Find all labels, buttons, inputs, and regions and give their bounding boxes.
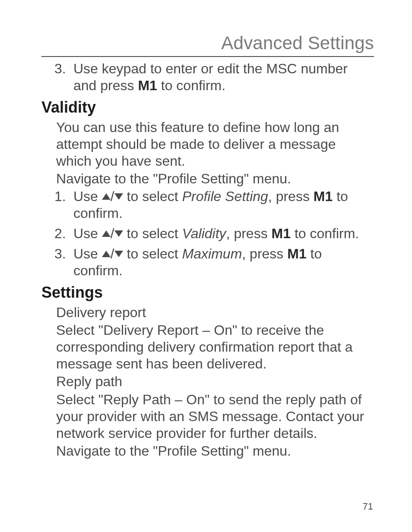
text: to select bbox=[123, 226, 182, 241]
step-text: Use keypad to enter or edit the MSC numb… bbox=[73, 60, 374, 94]
down-arrow-icon bbox=[114, 251, 123, 257]
text: to confirm. bbox=[157, 78, 225, 93]
menu-name: Profile Setting bbox=[182, 189, 268, 204]
up-arrow-icon bbox=[102, 251, 111, 257]
chapter-row: Advanced Settings bbox=[41, 33, 374, 56]
heading-settings: Settings bbox=[41, 283, 374, 302]
up-arrow-icon bbox=[102, 193, 111, 200]
page-number: 71 bbox=[363, 501, 373, 512]
divider bbox=[41, 56, 374, 57]
menu-name: Validity bbox=[182, 226, 226, 241]
key-m1: M1 bbox=[272, 226, 291, 241]
menu-name: Maximum bbox=[182, 246, 242, 261]
text: , press bbox=[226, 226, 272, 241]
validity-body: You can use this feature to define how l… bbox=[56, 119, 374, 170]
text: to select bbox=[123, 246, 182, 261]
settings-body2: Select "Reply Path – On" to send the rep… bbox=[56, 391, 374, 442]
step-number: 3. bbox=[41, 246, 73, 279]
validity-step-1: 1. Use / to select Profile Setting, pres… bbox=[41, 188, 374, 222]
settings-sub2: Reply path bbox=[56, 373, 374, 390]
key-m1: M1 bbox=[138, 78, 157, 93]
step-number: 3. bbox=[41, 60, 73, 94]
key-m1: M1 bbox=[314, 189, 333, 204]
validity-step-2: 2. Use / to select Validity, press M1 to… bbox=[41, 225, 374, 242]
step-text: Use / to select Maximum, press M1 to con… bbox=[73, 246, 374, 279]
text: to select bbox=[123, 189, 182, 204]
down-arrow-icon bbox=[114, 193, 123, 200]
intro-step: 3. Use keypad to enter or edit the MSC n… bbox=[41, 60, 374, 94]
page: Advanced Settings 3. Use keypad to enter… bbox=[0, 0, 412, 532]
text: Use bbox=[73, 226, 102, 241]
up-arrow-icon bbox=[102, 230, 111, 237]
chapter-title: Advanced Settings bbox=[221, 33, 374, 53]
text: , press bbox=[268, 189, 314, 204]
validity-nav: Navigate to the "Profile Setting" menu. bbox=[56, 170, 374, 187]
text: Use bbox=[73, 246, 102, 261]
validity-step-3: 3. Use / to select Maximum, press M1 to … bbox=[41, 246, 374, 279]
settings-sub1: Delivery report bbox=[56, 304, 374, 321]
down-arrow-icon bbox=[114, 230, 123, 237]
text: Use bbox=[73, 189, 102, 204]
step-text: Use / to select Validity, press M1 to co… bbox=[73, 225, 374, 242]
settings-body3: Navigate to the "Profile Setting" menu. bbox=[56, 443, 374, 460]
text: to confirm. bbox=[291, 226, 359, 241]
step-number: 1. bbox=[41, 188, 73, 222]
settings-body1: Select "Delivery Report – On" to receive… bbox=[56, 322, 374, 372]
key-m1: M1 bbox=[287, 246, 306, 261]
step-text: Use / to select Profile Setting, press M… bbox=[73, 188, 374, 222]
text: , press bbox=[242, 246, 287, 261]
heading-validity: Validity bbox=[41, 98, 374, 116]
step-number: 2. bbox=[41, 225, 73, 242]
